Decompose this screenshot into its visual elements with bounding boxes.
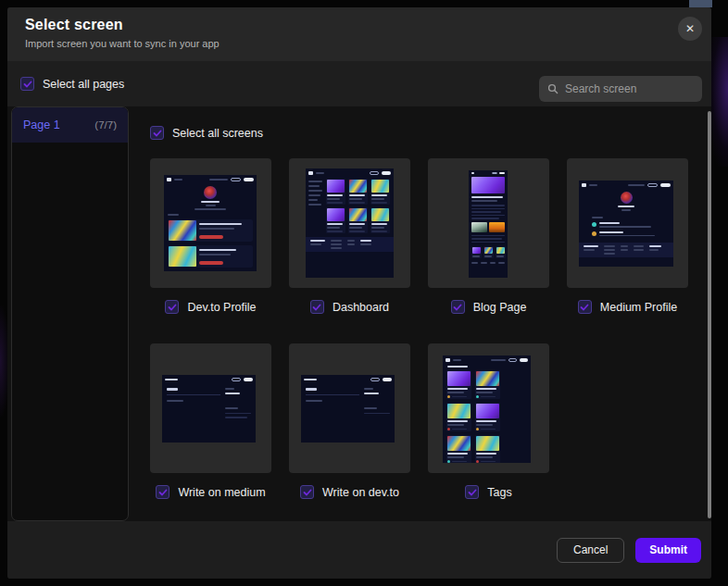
screen-checkbox[interactable]: Blog Page	[428, 300, 549, 314]
select-all-pages-checkbox[interactable]: Select all pages	[20, 77, 124, 91]
screen-item-tags: Tags	[428, 343, 549, 529]
checkbox-check-icon	[20, 77, 34, 91]
close-button[interactable]: ✕	[678, 17, 702, 41]
checkbox-check-icon	[310, 300, 324, 314]
screen-label: Blog Page	[473, 301, 527, 314]
screen-checkbox[interactable]: Write on medium	[150, 485, 271, 499]
modal-toolbar: Select all pages	[7, 61, 711, 106]
screen-label: Write on dev.to	[322, 486, 399, 499]
screen-card[interactable]	[289, 343, 410, 473]
screen-label: Dashboard	[333, 301, 389, 314]
screen-item-medium-profile: Medium Profile	[567, 158, 688, 343]
screen-item-dashboard: Dashboard	[289, 158, 410, 343]
thumbnail-dashboard	[306, 168, 394, 278]
page-backdrop: Select screen Import screen you want to …	[0, 0, 728, 586]
screen-card[interactable]	[150, 343, 271, 473]
screens-grid: Dev.to Profile	[150, 158, 689, 529]
checkbox-check-icon	[156, 485, 169, 499]
screen-card[interactable]	[567, 158, 688, 288]
search-icon	[547, 83, 559, 94]
screen-item-write-on-devto: Write on dev.to	[289, 343, 410, 529]
select-all-screens-label: Select all screens	[172, 127, 263, 140]
submit-button[interactable]: Submit	[635, 538, 701, 563]
page-item-count: (7/7)	[94, 119, 117, 131]
background-app-fragment	[689, 0, 712, 7]
screen-card[interactable]	[428, 158, 549, 288]
close-icon: ✕	[685, 22, 695, 35]
checkbox-check-icon	[578, 300, 592, 314]
screen-checkbox[interactable]: Medium Profile	[567, 300, 688, 314]
checkbox-check-icon	[165, 300, 179, 314]
thumbnail-write-on-medium	[162, 375, 256, 443]
checkbox-check-icon	[451, 300, 465, 314]
screen-label: Medium Profile	[600, 301, 677, 314]
screen-label: Dev.to Profile	[187, 301, 256, 314]
search-box	[539, 76, 702, 102]
select-all-pages-label: Select all pages	[43, 78, 124, 91]
thumbnail-blog-page	[469, 170, 508, 278]
select-all-screens-checkbox[interactable]: Select all screens	[150, 126, 263, 140]
cancel-button[interactable]: Cancel	[557, 538, 624, 563]
page-title: Select screen	[25, 17, 711, 33]
screen-checkbox[interactable]: Write on dev.to	[289, 485, 410, 499]
thumbnail-devto-profile	[164, 175, 257, 271]
screen-item-devto-profile: Dev.to Profile	[150, 158, 271, 343]
thumbnail-write-on-devto	[301, 375, 395, 443]
screen-card[interactable]	[289, 158, 410, 288]
checkbox-check-icon	[300, 485, 314, 499]
screen-card[interactable]	[150, 158, 271, 288]
checkbox-check-icon	[465, 485, 479, 499]
thumbnail-medium-profile	[579, 181, 673, 267]
modal-subtitle: Import screen you want to sync in your a…	[25, 38, 711, 49]
sidebar-item-page-1[interactable]: Page 1 (7/7)	[12, 107, 128, 143]
search-input[interactable]	[565, 82, 694, 95]
thumbnail-tags	[443, 355, 531, 463]
modal-footer: Cancel Submit	[7, 521, 711, 579]
screen-checkbox[interactable]: Tags	[428, 485, 549, 499]
pages-sidebar: Page 1 (7/7)	[11, 106, 129, 521]
screen-label: Write on medium	[178, 486, 265, 499]
page-item-label: Page 1	[23, 118, 60, 131]
screen-label: Tags	[487, 486, 511, 499]
vertical-scrollbar[interactable]	[708, 111, 711, 518]
screens-panel: Select all screens	[132, 106, 708, 521]
screen-item-blog-page: Blog Page	[428, 158, 549, 343]
screen-checkbox[interactable]: Dashboard	[289, 300, 410, 314]
screen-checkbox[interactable]: Dev.to Profile	[150, 300, 271, 314]
select-screen-modal: Select screen Import screen you want to …	[7, 7, 711, 579]
screen-item-write-on-medium: Write on medium	[150, 343, 271, 529]
modal-content: Page 1 (7/7) Select all screens	[7, 106, 711, 521]
screen-card[interactable]	[428, 343, 549, 473]
modal-header: Select screen Import screen you want to …	[7, 7, 711, 61]
checkbox-check-icon	[150, 126, 164, 140]
